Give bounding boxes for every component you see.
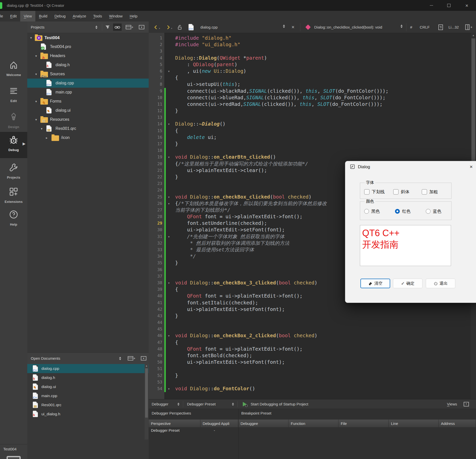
line-number[interactable]: 46 [149, 332, 164, 339]
clear-button[interactable]: 清空 [360, 279, 390, 288]
code-text[interactable] [172, 147, 175, 154]
code-line-16[interactable]: 16 delete ui; [149, 134, 476, 141]
debugger-pane-selector[interactable]: Debugger [152, 399, 168, 409]
radio-黑色[interactable]: 黑色 [364, 208, 380, 214]
code-text[interactable]: ui->plainTextEdit->setFont(font); [172, 359, 285, 366]
dialog-close-icon[interactable]: × [466, 161, 476, 173]
open-doc-Res001qrc[interactable]: Res001.qrc [27, 400, 149, 409]
line-number[interactable]: 40 [149, 293, 164, 299]
code-line-19[interactable]: 19▾void Dialog::on_clearBtn_clicked() [149, 154, 476, 160]
line-number[interactable]: 30 [149, 227, 164, 233]
code-text[interactable]: void Dialog::on_clearBtn_clicked() [172, 154, 276, 160]
code-text[interactable] [172, 319, 175, 326]
code-text[interactable]: } [172, 141, 178, 147]
line-number[interactable]: 18 [149, 147, 164, 154]
line-number[interactable]: 3 [149, 48, 164, 55]
column-header-file[interactable]: File [338, 420, 389, 427]
tree-expand-icon[interactable]: ▾ [34, 72, 38, 76]
code-text[interactable]: QFont font = ui->plainTextEdit->font(); [172, 293, 303, 299]
code-line-11[interactable]: 11 connect(ui->redRad,SIGNAL(clicked()),… [149, 101, 476, 108]
line-number[interactable]: 16 [149, 134, 164, 141]
tree-expand-icon[interactable]: ▾ [34, 118, 38, 122]
exit-button[interactable]: 退出 [426, 279, 455, 288]
code-text[interactable] [172, 114, 175, 121]
checkbox-加粗[interactable]: 加粗 [422, 189, 438, 195]
code-text[interactable] [172, 267, 175, 273]
line-number[interactable]: 5 [149, 61, 164, 68]
code-text[interactable]: * 然后对获取到的字体调用添加下划线的方法 [172, 240, 289, 247]
code-line-52[interactable]: 52} [149, 372, 476, 379]
checkbox-下划线[interactable]: 下划线 [364, 189, 385, 195]
code-text[interactable]: } [172, 174, 178, 180]
code-text[interactable]: { [172, 75, 178, 81]
code-text[interactable]: */ [172, 253, 196, 260]
line-number[interactable]: 38 [149, 280, 164, 286]
column-header-debuggedappli[interactable]: Debugged Appli [200, 420, 238, 427]
radio-circle[interactable] [364, 209, 369, 214]
ok-button[interactable]: ✓ 确定 [393, 279, 422, 288]
code-text[interactable]: } [172, 372, 178, 379]
code-text[interactable]: {/*下划线的本质是修改字体，所以我们要先拿到当前的字体然后修改 [172, 200, 327, 207]
code-text[interactable]: } [172, 313, 178, 319]
fold-marker-icon[interactable]: ▾ [166, 280, 172, 286]
line-number[interactable]: 21 [149, 167, 164, 174]
radio-circle[interactable] [426, 209, 431, 214]
line-number[interactable]: 42 [149, 306, 164, 313]
line-number[interactable]: 36 [149, 267, 164, 273]
line-number[interactable]: 17 [149, 141, 164, 147]
document-switcher[interactable] [283, 25, 285, 28]
debugger-pane-spinner[interactable] [175, 399, 179, 409]
code-line-1[interactable]: 1#include "dialog.h" [149, 35, 476, 41]
code-text[interactable]: QFont font = ui->plainTextEdit->font(); [172, 213, 303, 220]
menu-analyze[interactable]: Analyze [69, 11, 90, 21]
code-line-49[interactable]: 49 font.setBold(checked); [149, 352, 476, 359]
code-text[interactable]: , ui(new Ui::Dialog) [172, 68, 246, 75]
code-text[interactable]: } [172, 108, 178, 114]
line-number[interactable]: 47 [149, 339, 164, 346]
open-doc-dialogui[interactable]: ✎dialog.ui [27, 382, 149, 391]
code-text[interactable]: #include "dialog.h" [172, 35, 231, 41]
open-documents-scrollbar[interactable]: ▲ [145, 364, 148, 440]
sidebar-item-projects[interactable]: Projects [0, 159, 27, 185]
debugger-preset-spinner[interactable] [229, 399, 234, 409]
sidebar-item-welcome[interactable]: Welcome [0, 57, 27, 82]
fold-marker-icon[interactable]: ▾ [166, 385, 172, 392]
code-text[interactable]: { [172, 128, 178, 134]
kit-selector-monitor-icon[interactable] [7, 456, 21, 459]
views-box-icon[interactable]: ▼ [464, 399, 469, 409]
code-text[interactable] [172, 273, 175, 280]
tree-expand-icon[interactable]: ▾ [29, 36, 33, 40]
open-doc-uidialogh[interactable]: hui_dialog.h [27, 409, 149, 419]
tree-item-Res001qrc[interactable]: ▾Res001.qrc [27, 124, 149, 133]
code-text[interactable] [172, 326, 175, 332]
open-doc-maincpp[interactable]: C++main.cpp [27, 391, 149, 400]
radio-circle[interactable] [395, 209, 400, 214]
symbol-dropdown[interactable]: Dialog::on_checkBox_clicked(bool): void [314, 21, 382, 33]
fold-marker-icon[interactable]: ▾ [166, 200, 172, 207]
symbol-switcher[interactable] [401, 25, 403, 28]
code-line-45[interactable]: 45 [149, 326, 476, 332]
menu-view[interactable]: View [20, 11, 35, 21]
code-text[interactable]: : QDialog(parent) [172, 61, 237, 68]
code-line-54[interactable]: 54▾void Dialog::do_FontColor() [149, 385, 476, 392]
code-text[interactable]: delete ui; [172, 134, 217, 141]
close-button[interactable]: × [461, 0, 473, 11]
code-line-14[interactable]: 14▾Dialog::~Dialog() [149, 121, 476, 127]
code-text[interactable] [172, 379, 175, 385]
line-number[interactable]: 14 [149, 121, 164, 127]
menu-edit[interactable]: Edit [7, 11, 20, 21]
line-number[interactable]: 31 [149, 233, 164, 240]
code-line-18[interactable]: 18 [149, 147, 476, 154]
line-number[interactable]: 37 [149, 273, 164, 280]
menu-window[interactable]: Window [105, 11, 126, 21]
code-text[interactable] [172, 366, 175, 372]
line-number[interactable]: 22 [149, 174, 164, 180]
line-number[interactable]: 49 [149, 352, 164, 359]
maximize-button[interactable] [443, 0, 455, 11]
checkbox-斜体[interactable]: 斜体 [393, 189, 409, 195]
code-text[interactable]: void Dialog::on_checkBox_2_clicked(bool … [172, 332, 318, 339]
line-number[interactable]: 9 [149, 88, 164, 94]
tree-item-Resources[interactable]: ▾Resources [27, 115, 149, 124]
line-number[interactable]: 15 [149, 128, 164, 134]
close-document-icon[interactable]: × [292, 21, 295, 33]
